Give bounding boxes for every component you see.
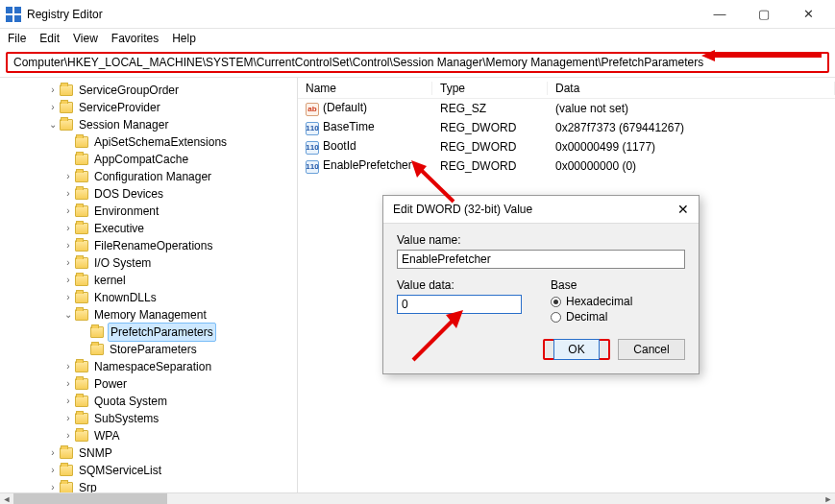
folder-icon — [90, 344, 104, 355]
value-list[interactable]: ab(Default)REG_SZ(value not set)110BaseT… — [298, 99, 835, 176]
chevron-right-icon[interactable]: › — [61, 289, 75, 306]
chevron-right-icon[interactable]: › — [61, 393, 75, 410]
chevron-right-icon[interactable]: › — [46, 444, 60, 462]
tree-item[interactable]: ›WPA — [0, 427, 297, 444]
chevron-right-icon[interactable]: › — [61, 272, 75, 289]
tree-item[interactable]: AppCompatCache — [0, 151, 297, 168]
chevron-right-icon[interactable]: › — [61, 427, 75, 444]
tree-item[interactable]: ›Environment — [0, 203, 297, 220]
folder-icon — [75, 171, 88, 182]
valuename-label: Value name: — [397, 233, 685, 247]
menu-favorites[interactable]: Favorites — [111, 32, 159, 45]
dialog-titlebar[interactable]: Edit DWORD (32-bit) Value ✕ — [383, 196, 699, 224]
col-type[interactable]: Type — [432, 82, 548, 95]
tree-item[interactable]: ApiSetSchemaExtensions — [0, 133, 297, 151]
dialog-title-text: Edit DWORD (32-bit) Value — [393, 203, 532, 216]
radio-icon — [551, 312, 561, 323]
chevron-right-icon[interactable]: › — [61, 375, 75, 393]
folder-icon — [75, 430, 88, 442]
tree-item[interactable]: ›DOS Devices — [0, 185, 297, 203]
tree-item[interactable]: StoreParameters — [0, 341, 297, 358]
close-button[interactable]: ✕ — [795, 7, 822, 21]
tree-item[interactable]: ›Power — [0, 375, 297, 393]
tree-item[interactable]: PrefetchParameters — [0, 324, 297, 341]
maximize-button[interactable]: ▢ — [750, 7, 777, 21]
tree-item-label: FileRenameOperations — [92, 237, 214, 254]
tree-item[interactable]: ⌄Session Manager — [0, 116, 297, 133]
radio-hex[interactable]: Hexadecimal — [551, 295, 685, 308]
menu-view[interactable]: View — [73, 32, 98, 45]
chevron-right-icon[interactable]: › — [61, 203, 75, 220]
tree-item[interactable]: ›ServiceGroupOrder — [0, 82, 297, 99]
chevron-down-icon[interactable]: ⌄ — [46, 116, 60, 133]
tree-item[interactable]: ›FileRenameOperations — [0, 237, 297, 254]
minimize-button[interactable]: — — [706, 7, 733, 21]
menu-help[interactable]: Help — [172, 32, 196, 45]
tree-item-label: Session Manager — [77, 116, 170, 133]
svg-rect-1 — [14, 7, 21, 13]
folder-icon — [60, 119, 73, 131]
chevron-right-icon[interactable]: › — [46, 462, 60, 479]
chevron-right-icon[interactable]: › — [61, 220, 75, 237]
scroll-thumb[interactable] — [13, 493, 167, 504]
tree-item-label: NamespaceSeparation — [92, 358, 213, 375]
list-row[interactable]: ab(Default)REG_SZ(value not set) — [298, 99, 835, 118]
radio-dec[interactable]: Decimal — [551, 310, 685, 324]
base-label: Base — [551, 278, 685, 292]
scroll-right-icon[interactable]: ► — [822, 493, 835, 504]
list-row[interactable]: 110BootIdREG_DWORD0x00000499 (1177) — [298, 137, 835, 156]
chevron-right-icon[interactable]: › — [61, 410, 75, 427]
cancel-button[interactable]: Cancel — [618, 339, 685, 360]
col-name[interactable]: Name — [298, 82, 432, 95]
tree-item-label: ServiceGroupOrder — [77, 82, 181, 99]
chevron-right-icon[interactable]: › — [46, 99, 60, 116]
tree-item-label: SQMServiceList — [77, 462, 163, 479]
valuedata-input[interactable] — [397, 295, 522, 314]
folder-icon — [75, 413, 88, 424]
tree-item-label: PrefetchParameters — [108, 323, 216, 342]
chevron-right-icon[interactable]: › — [61, 185, 75, 203]
valuedata-label: Value data: — [397, 278, 531, 292]
tree-item[interactable]: ›Quota System — [0, 393, 297, 410]
tree-item[interactable]: ›Srp — [0, 479, 297, 492]
list-row[interactable]: 110BaseTimeREG_DWORD0x287f7373 (67944126… — [298, 118, 835, 137]
folder-icon — [75, 396, 88, 407]
folder-icon — [75, 378, 88, 390]
tree-item[interactable]: ›SNMP — [0, 444, 297, 462]
tree-item[interactable]: ›kernel — [0, 272, 297, 289]
folder-icon — [75, 240, 88, 252]
folder-icon — [75, 223, 88, 234]
col-data[interactable]: Data — [548, 82, 835, 95]
tree-item[interactable]: ›Configuration Manager — [0, 168, 297, 185]
tree-item[interactable]: ›SubSystems — [0, 410, 297, 427]
tree-item-label: Srp — [77, 479, 99, 492]
chevron-right-icon[interactable]: › — [46, 479, 60, 492]
list-row[interactable]: 110EnablePrefetcherREG_DWORD0x00000000 (… — [298, 156, 835, 176]
chevron-right-icon[interactable]: › — [61, 237, 75, 254]
value-data: 0x287f7373 (679441267) — [548, 121, 835, 134]
scrollbar-horizontal[interactable]: ◄ ► — [0, 492, 835, 504]
edit-dword-dialog: Edit DWORD (32-bit) Value ✕ Value name: … — [382, 195, 700, 374]
folder-icon — [60, 465, 73, 476]
tree-item[interactable]: ›KnownDLLs — [0, 289, 297, 306]
tree-item[interactable]: ›Executive — [0, 220, 297, 237]
chevron-right-icon[interactable]: › — [61, 358, 75, 375]
tree-item[interactable]: ›I/O System — [0, 254, 297, 272]
addressbar[interactable]: Computer\HKEY_LOCAL_MACHINE\SYSTEM\Curre… — [6, 52, 829, 73]
registry-tree[interactable]: ›ServiceGroupOrder›ServiceProvider⌄Sessi… — [0, 82, 297, 492]
tree-item[interactable]: ›ServiceProvider — [0, 99, 297, 116]
chevron-down-icon[interactable]: ⌄ — [61, 306, 75, 324]
valuename-input[interactable] — [397, 250, 685, 269]
chevron-right-icon[interactable]: › — [61, 254, 75, 272]
tree-item[interactable]: ›SQMServiceList — [0, 462, 297, 479]
ok-button[interactable]: OK — [553, 339, 599, 360]
menu-edit[interactable]: Edit — [39, 32, 60, 45]
tree-pane[interactable]: ›ServiceGroupOrder›ServiceProvider⌄Sessi… — [0, 78, 298, 492]
scroll-left-icon[interactable]: ◄ — [0, 493, 13, 504]
tree-item[interactable]: ›NamespaceSeparation — [0, 358, 297, 375]
tree-item[interactable]: ⌄Memory Management — [0, 306, 297, 324]
chevron-right-icon[interactable]: › — [61, 168, 75, 185]
dialog-close-icon[interactable]: ✕ — [677, 202, 689, 217]
chevron-right-icon[interactable]: › — [46, 82, 60, 99]
menu-file[interactable]: File — [8, 32, 26, 45]
